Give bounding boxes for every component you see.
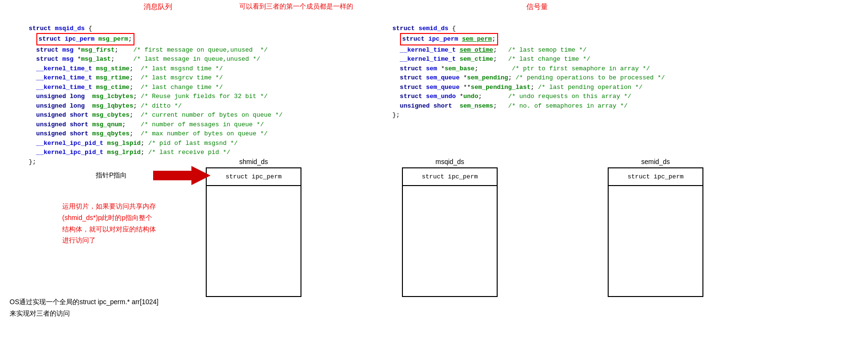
code-block-right: struct semid_ds { struct ipc_perm sem_pe…	[392, 14, 718, 129]
annot-line2: (shmid_ds*)p此时的p指向整个	[62, 212, 156, 224]
main-container: 消息队列 可以看到三者的第一个成员都是一样的 信号量 struct msqid_…	[0, 0, 868, 363]
pointer-label: 指针P指向	[96, 171, 127, 180]
os-line2: 来实现对三者的访问	[10, 308, 158, 319]
annot-line1: 运用切片，如果要访问共享内存	[62, 201, 156, 212]
svg-marker-0	[153, 166, 211, 185]
box-semid-outer: struct ipc_perm	[608, 167, 703, 297]
box-shmid-row1: struct ipc_perm	[207, 168, 300, 186]
box-shmid-ds-container: shmid_ds struct ipc_perm	[206, 158, 301, 297]
code-block-left: struct msqid_ds { struct ipc_perm msg_pe…	[29, 14, 301, 176]
annotation-msg-queue: 消息队列	[144, 2, 172, 11]
box-shmid-title: shmid_ds	[206, 158, 301, 165]
box-semid-rest	[609, 186, 702, 296]
code-left: struct msqid_ds { struct ipc_perm msg_pe…	[29, 14, 301, 176]
box-msqid-title: msqid_ds	[402, 158, 498, 165]
bottom-os-annotation: OS通过实现一个全局的struct ipc_perm.* arr[1024] 来…	[10, 297, 158, 319]
annotation-center: 可以看到三者的第一个成员都是一样的	[239, 2, 353, 11]
box-msqid-ds-container: msqid_ds struct ipc_perm	[402, 158, 498, 297]
code-right: struct semid_ds { struct ipc_perm sem_pe…	[392, 14, 718, 129]
box-semid-ds-container: semid_ds struct ipc_perm	[608, 158, 703, 297]
arrow-container: 指针P指向	[96, 171, 127, 180]
box-msqid-rest	[403, 186, 497, 296]
os-line1: OS通过实现一个全局的struct ipc_perm.* arr[1024]	[10, 297, 158, 308]
box-semid-title: semid_ds	[608, 158, 703, 165]
box-shmid-outer: struct ipc_perm	[206, 167, 301, 297]
annotation-semaphore: 信号量	[526, 2, 548, 11]
annot-line4: 进行访问了	[62, 235, 156, 246]
bottom-red-annotation: 运用切片，如果要访问共享内存 (shmid_ds*)p此时的p指向整个 结构体，…	[62, 201, 156, 246]
box-semid-row1: struct ipc_perm	[609, 168, 702, 186]
red-arrow	[153, 165, 211, 188]
annot-line3: 结构体，就可以对对应的结构体	[62, 224, 156, 235]
box-shmid-rest	[207, 186, 300, 296]
box-msqid-outer: struct ipc_perm	[402, 167, 498, 297]
box-msqid-row1: struct ipc_perm	[403, 168, 497, 186]
